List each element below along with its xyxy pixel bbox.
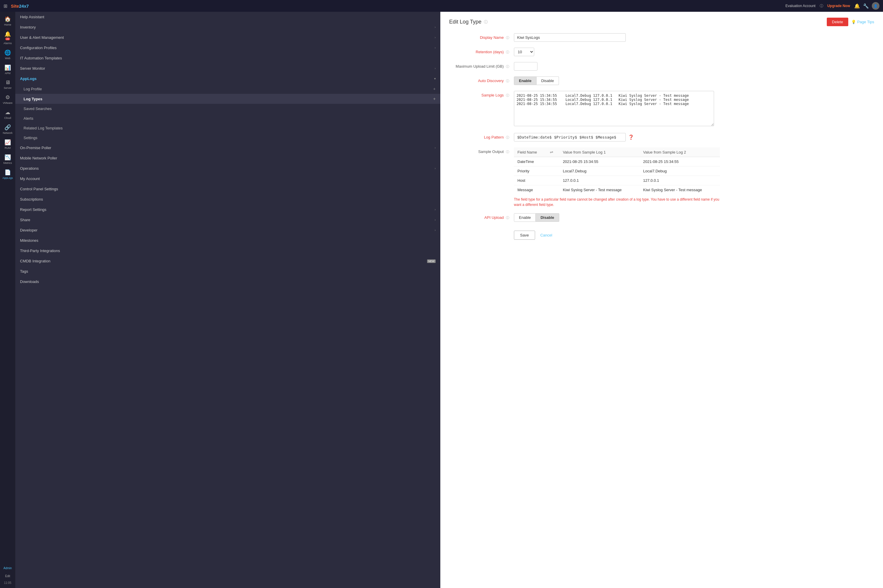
api-upload-disable-button[interactable]: Disable	[536, 213, 559, 222]
sidebar-item-it-automation[interactable]: IT Automation Templates	[15, 53, 440, 63]
server-label: Server	[4, 87, 12, 89]
sidebar-item-alerts[interactable]: Alerts	[15, 114, 440, 123]
sample-output-table: Field Name ⇌ Value from Sample Log 1 Val…	[514, 147, 720, 194]
sidebar-item-rum[interactable]: 📈 RUM	[0, 137, 15, 152]
edit-label: Edit	[5, 574, 10, 578]
tags-label: Tags	[20, 269, 28, 273]
col-filter[interactable]: ⇌	[546, 147, 559, 157]
log-pattern-row: Log Pattern ⓘ ❓	[449, 133, 714, 141]
field-name-cell: Priority	[514, 166, 546, 176]
sidebar-item-apm[interactable]: 📊 APM	[0, 62, 15, 77]
api-upload-enable-button[interactable]: Enable	[514, 213, 536, 222]
sidebar-item-applogs[interactable]: 📄 AppLogs	[0, 167, 15, 182]
chevron-right-icon: ›	[435, 228, 436, 232]
max-upload-control	[514, 62, 714, 70]
api-upload-info-icon[interactable]: ⓘ	[506, 216, 509, 219]
cancel-button[interactable]: Cancel	[538, 231, 555, 239]
sidebar-item-admin[interactable]: Admin	[2, 564, 13, 572]
sidebar-item-operations[interactable]: Operations ›	[15, 163, 440, 174]
text-nav: Help Assistant Inventory › User & Alert …	[15, 12, 440, 588]
topbar: ⊞ Site24x7 Evaluation Account ⓘ Upgrade …	[0, 0, 883, 12]
sidebar-item-mobile-network-poller[interactable]: Mobile Network Poller	[15, 153, 440, 163]
val2-cell: Local7.Debug	[639, 166, 720, 176]
chevron-right-icon: ›	[435, 46, 436, 50]
auto-discovery-info-icon[interactable]: ⓘ	[506, 79, 509, 82]
sidebar-section-applogs[interactable]: AppLogs ▾	[15, 74, 440, 84]
sidebar-item-server-monitor[interactable]: Server Monitor ›	[15, 63, 440, 74]
sidebar-item-inventory[interactable]: Inventory ›	[15, 22, 440, 32]
save-button[interactable]: Save	[514, 231, 535, 240]
sidebar-item-settings[interactable]: Settings	[15, 133, 440, 142]
table-row: Message Kiwi Syslog Server - Test messag…	[514, 185, 720, 195]
auto-discovery-toggle: Enable Disable	[514, 76, 714, 85]
bell-icon[interactable]: 🔔	[854, 3, 860, 9]
sidebar-item-server[interactable]: 🖥 Server	[0, 77, 15, 92]
page-header: Edit Log Type ⓘ Delete 💡 Page Tips	[449, 18, 874, 26]
alarms-label: Alarms	[3, 42, 12, 45]
upgrade-link[interactable]: Upgrade Now	[827, 4, 850, 8]
sidebar-item-milestones[interactable]: Milestones	[15, 236, 440, 246]
page-title-text: Edit Log Type	[449, 19, 481, 25]
filter-icon[interactable]: ⇌	[550, 150, 554, 154]
grid-icon[interactable]: ⊞	[3, 3, 8, 9]
sidebar-item-on-premise-poller[interactable]: On-Premise Poller ›	[15, 142, 440, 153]
sidebar-item-user-alert[interactable]: User & Alert Management ›	[15, 32, 440, 43]
sidebar-item-share[interactable]: Share ›	[15, 215, 440, 225]
page-title: Edit Log Type ⓘ	[449, 19, 488, 25]
sidebar-item-home[interactable]: 🏠 Home	[0, 14, 15, 28]
auto-discovery-enable-button[interactable]: Enable	[514, 76, 537, 85]
lightbulb-icon: 💡	[851, 20, 856, 24]
field-name-cell: Message	[514, 185, 546, 195]
sidebar-item-cmdb[interactable]: CMDB Integration NEW	[15, 256, 440, 266]
page-tips-link[interactable]: 💡 Page Tips	[851, 20, 874, 24]
sidebar-item-config-profiles[interactable]: Configuration Profiles ›	[15, 43, 440, 53]
page-title-info-icon[interactable]: ⓘ	[484, 20, 488, 25]
avatar[interactable]: 👤	[872, 2, 880, 10]
sidebar-item-control-panel[interactable]: Control Panel Settings	[15, 184, 440, 194]
auto-discovery-disable-button[interactable]: Disable	[537, 76, 559, 85]
sidebar-item-network[interactable]: 🔗 Network	[0, 122, 15, 137]
display-name-info-icon[interactable]: ⓘ	[506, 36, 509, 39]
val1-cell: 2021-08-25 15:34:55	[559, 157, 639, 166]
plus-icon[interactable]: +	[433, 96, 436, 101]
sidebar-item-saved-searches[interactable]: Saved Searches	[15, 104, 440, 114]
sidebar-item-developer[interactable]: Developer ›	[15, 225, 440, 236]
display-name-input[interactable]	[514, 33, 626, 42]
chevron-right-icon: ›	[435, 146, 436, 149]
max-upload-label: Maximum Upload Limit (GB) ⓘ	[449, 62, 514, 69]
log-pattern-help-icon[interactable]: ❓	[628, 134, 634, 140]
sidebar-item-cloud[interactable]: ☁ Cloud	[0, 107, 15, 122]
sample-logs-textarea[interactable]: 2021-08-25 15:34:55 Local7.Debug 127.0.0…	[514, 91, 714, 126]
sidebar-item-metrics[interactable]: 📉 Metrics	[0, 152, 15, 167]
main-content: Edit Log Type ⓘ Delete 💡 Page Tips Displ…	[440, 12, 883, 588]
log-pattern-input[interactable]	[514, 133, 626, 141]
sample-logs-control: 2021-08-25 15:34:55 Local7.Debug 127.0.0…	[514, 91, 714, 127]
sidebar-item-tags[interactable]: Tags	[15, 266, 440, 276]
sidebar-item-subscriptions[interactable]: Subscriptions	[15, 194, 440, 204]
sidebar-item-log-types[interactable]: Log Types +	[15, 94, 440, 104]
sidebar-item-log-profile[interactable]: Log Profile +	[15, 84, 440, 94]
sidebar-item-third-party[interactable]: Third-Party Integrations	[15, 246, 440, 256]
wrench-icon[interactable]: 🔧	[863, 3, 869, 9]
sidebar-item-vmware[interactable]: ⚙ VMware	[0, 92, 15, 107]
retention-control: 10 30 60 90	[514, 48, 714, 56]
sidebar-item-edit[interactable]: Edit	[2, 572, 13, 580]
max-upload-info-icon[interactable]: ⓘ	[506, 65, 509, 68]
retention-info-icon[interactable]: ⓘ	[506, 50, 509, 54]
sidebar-item-alarms[interactable]: 🔔 26 Alarms	[0, 28, 15, 47]
sidebar-item-report-settings[interactable]: Report Settings ›	[15, 204, 440, 215]
delete-button[interactable]: Delete	[827, 18, 848, 26]
sidebar-item-help-assistant[interactable]: Help Assistant	[15, 12, 440, 22]
retention-select[interactable]: 10 30 60 90	[514, 48, 534, 56]
val1-cell: Kiwi Syslog Server - Test message	[559, 185, 639, 195]
sidebar-item-my-account[interactable]: My Account	[15, 174, 440, 184]
sample-logs-info-icon[interactable]: ⓘ	[506, 93, 509, 97]
sidebar-item-downloads[interactable]: Downloads	[15, 276, 440, 287]
chevron-right-icon: ›	[435, 167, 436, 170]
log-pattern-info-icon[interactable]: ⓘ	[506, 136, 509, 139]
max-upload-input[interactable]	[514, 62, 537, 70]
plus-icon[interactable]: +	[433, 87, 436, 91]
sidebar-item-web[interactable]: 🌐 Web	[0, 47, 15, 62]
sample-output-info-icon[interactable]: ⓘ	[506, 150, 509, 153]
sidebar-item-related-log-templates[interactable]: Related Log Templates	[15, 123, 440, 133]
